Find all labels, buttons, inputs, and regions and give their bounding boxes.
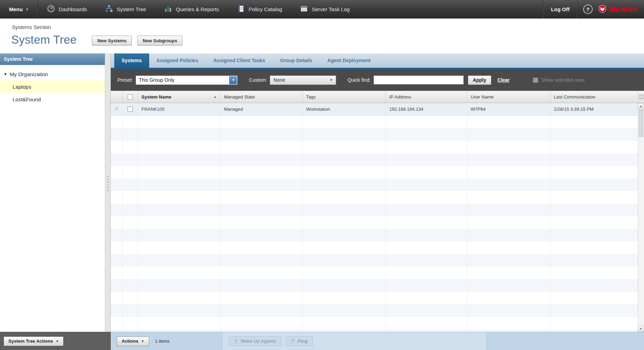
preset-dropdown[interactable]: This Group Only ▼: [136, 75, 238, 85]
tab-assigned-client-tasks[interactable]: Assigned Client Tasks: [206, 53, 273, 68]
nav-item-queries-reports[interactable]: Queries & Reports: [155, 0, 228, 19]
nav-item-system-tree[interactable]: System Tree: [96, 0, 155, 19]
log-off-button[interactable]: Log Off: [543, 0, 578, 19]
tab-group-details[interactable]: Group Details: [273, 53, 320, 68]
policy-catalog-icon: [237, 5, 245, 14]
table-body: ⠿ FRANK100 Managed Workstation 192.168.1…: [111, 103, 638, 332]
tab-assigned-policies[interactable]: Assigned Policies: [149, 53, 206, 68]
sidebar-title: System Tree: [0, 53, 105, 65]
custom-dropdown[interactable]: None ▼: [270, 75, 336, 85]
cell-ip-address: 192.168.194.134: [386, 103, 467, 115]
quick-find-label: Quick find:: [347, 77, 370, 83]
show-selected-checkbox: [533, 78, 538, 83]
wake-up-agents-button: ⠿ Wake Up Agents: [229, 336, 281, 346]
menu-label: Menu: [9, 6, 23, 12]
preset-value: This Group Only: [139, 77, 174, 83]
tab-systems[interactable]: Systems: [114, 53, 149, 68]
nav-item-label: Queries & Reports: [176, 6, 219, 12]
tab-agent-deployment[interactable]: Agent Deployment: [320, 53, 378, 68]
row-checkbox[interactable]: [128, 107, 133, 112]
scrollbar-thumb[interactable]: [639, 110, 643, 137]
table-row: [111, 329, 638, 332]
nav-item-label: Server Task Log: [312, 6, 349, 12]
bottom-bar: System Tree Actions ▼ Actions ▼ 1 items …: [0, 332, 644, 350]
table-row: [111, 267, 638, 279]
column-header-last-communication[interactable]: Last Communication: [550, 91, 638, 103]
wake-up-agents-label: Wake Up Agents: [241, 338, 276, 344]
vertical-scrollbar: ▲ ▼: [638, 91, 644, 332]
column-header-system-name[interactable]: System Name ▲: [138, 91, 220, 103]
quick-find-input[interactable]: [374, 75, 464, 85]
select-all-checkbox[interactable]: [128, 94, 133, 100]
ping-button: ⠿ Ping: [286, 336, 313, 346]
column-header-user-name[interactable]: User Name: [467, 91, 550, 103]
table-row: [111, 216, 638, 229]
table-row: [111, 178, 638, 191]
column-chooser-icon[interactable]: [638, 91, 644, 103]
scrollbar-track[interactable]: [638, 109, 644, 326]
nav-item-policy-catalog[interactable]: Policy Catalog: [228, 0, 291, 19]
table-row[interactable]: ⠿ FRANK100 Managed Workstation 192.168.1…: [111, 103, 638, 116]
scroll-down-button[interactable]: ▼: [638, 326, 644, 332]
selected-actions-panel: ⠿ Wake Up Agents ⠿ Ping: [222, 332, 487, 350]
drag-handle-icon[interactable]: ⠿: [115, 107, 118, 112]
row-check-cell: [123, 103, 138, 115]
new-systems-button[interactable]: New Systems: [92, 36, 132, 45]
table-header-row: System Name ▲ Managed State Tags IP Addr…: [111, 91, 638, 103]
drag-column-header: [111, 91, 123, 103]
column-header-tags[interactable]: Tags: [303, 91, 386, 103]
tab-bar: Systems Assigned Policies Assigned Clien…: [111, 53, 644, 69]
table-actions-area: Actions ▼ 1 items ⠿ Wake Up Agents ⠿ Pin…: [111, 332, 644, 350]
main-content: Systems Assigned Policies Assigned Clien…: [111, 53, 644, 332]
new-subgroups-button[interactable]: New Subgroups: [137, 36, 182, 45]
top-nav: Menu ▼ Dashboards System Tree Queries & …: [0, 0, 644, 19]
filter-bar: Preset: This Group Only ▼ Custom: None ▼…: [111, 69, 644, 91]
cell-user-name: W7P64: [467, 103, 550, 115]
tree-item-laptops[interactable]: Laptops: [0, 80, 105, 93]
table-row: [111, 304, 638, 317]
actions-button[interactable]: Actions ▼: [117, 336, 149, 346]
scroll-up-button[interactable]: ▲: [638, 103, 644, 109]
actions-label: Actions: [122, 338, 138, 344]
page-header: Systems Section System Tree New Systems …: [0, 19, 644, 53]
tree-item-my-organization[interactable]: ▼ My Organization: [0, 68, 105, 80]
cell-system-name: FRANK100: [138, 103, 220, 115]
server-task-log-icon: [300, 5, 308, 14]
sort-asc-icon: ▲: [214, 95, 217, 99]
tree-item-label: Lost&Found: [13, 96, 41, 102]
clear-link[interactable]: Clear: [498, 77, 510, 83]
cell-managed-state: Managed: [220, 103, 303, 115]
nav-item-server-task-log[interactable]: Server Task Log: [291, 0, 359, 19]
mcafee-shield-icon: [598, 5, 607, 14]
sidebar-splitter[interactable]: [105, 53, 111, 332]
mcafee-logo: McAfee: [598, 0, 644, 19]
column-header-managed-state[interactable]: Managed State: [220, 91, 303, 103]
table-row: [111, 191, 638, 204]
chevron-down-icon: ▼: [141, 340, 144, 343]
column-header-label: System Name: [142, 94, 171, 100]
select-all-cell: [123, 91, 138, 103]
ping-label: Ping: [298, 338, 307, 344]
log-off-label: Log Off: [551, 6, 570, 12]
mcafee-wordmark: McAfee: [609, 5, 637, 14]
table-row: [111, 116, 638, 128]
menu-button[interactable]: Menu ▼: [0, 0, 38, 19]
apply-button[interactable]: Apply: [468, 75, 491, 85]
tree-item-lost-and-found[interactable]: Lost&Found: [0, 93, 105, 105]
nav-spacer: [359, 0, 543, 19]
table-row: [111, 279, 638, 292]
system-tree-actions-label: System Tree Actions: [8, 338, 53, 344]
custom-label: Custom:: [249, 77, 267, 83]
help-icon[interactable]: ?: [583, 5, 593, 14]
nav-item-label: Policy Catalog: [249, 6, 282, 12]
column-header-ip-address[interactable]: IP Address: [386, 91, 467, 103]
show-selected-rows: Show selected rows: [533, 77, 585, 83]
dashboards-icon: [47, 5, 55, 14]
nav-item-dashboards[interactable]: Dashboards: [38, 0, 96, 19]
show-selected-label: Show selected rows: [541, 77, 585, 83]
drag-handle-icon: ⠿: [291, 338, 295, 344]
chevron-down-icon[interactable]: ▼: [229, 76, 237, 84]
caret-down-icon[interactable]: ▼: [3, 72, 10, 76]
nav-item-label: Dashboards: [59, 6, 87, 12]
system-tree-actions-button[interactable]: System Tree Actions ▼: [3, 336, 64, 346]
